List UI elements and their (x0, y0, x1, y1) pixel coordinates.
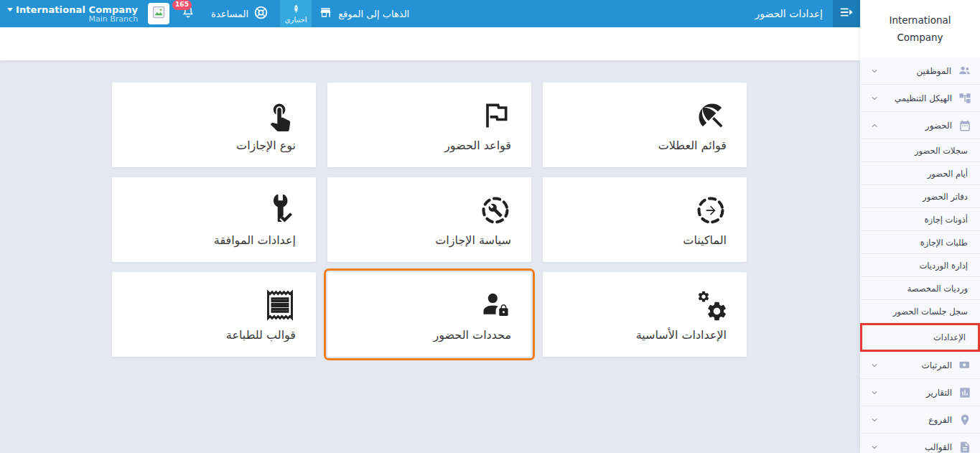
sidebar-item-label: الحضور (925, 121, 952, 131)
payments-icon (958, 359, 971, 372)
card-label: محددات الحضور (347, 328, 511, 342)
sidebar-item-attendance[interactable]: الحضور (860, 112, 980, 139)
notifications-badge: 165 (172, 0, 192, 10)
topbar: International Company Main Branch 165 (0, 0, 860, 27)
sidebar-company-name: International Company (860, 0, 980, 57)
sidebar-subitem-attendance-books[interactable]: دفاتر الحضور (860, 185, 980, 208)
card-print-templates[interactable]: قوالب للطباعة (112, 272, 316, 357)
card-leave-types[interactable]: نوع الإجازات (112, 83, 316, 167)
notifications-button[interactable]: 165 (181, 5, 195, 22)
card-approval-settings[interactable]: إعدادات الموافقة (112, 177, 316, 262)
receipt-icon (264, 289, 296, 321)
card-leave-policy[interactable]: سياسة الإجازات (327, 177, 531, 262)
company-selector[interactable]: International Company Main Branch (0, 4, 142, 24)
card-label: الإعدادات الأساسية (563, 328, 727, 342)
document-icon (958, 441, 971, 453)
card-attendance-determinants[interactable]: محددات الحضور (327, 272, 531, 357)
calendar-icon (958, 119, 971, 132)
menu-open-icon (839, 4, 854, 23)
card-label: قوائم العطلات (563, 139, 727, 152)
company-logo-button[interactable] (148, 3, 169, 24)
trial-label: اختبارى (285, 16, 307, 24)
beach-umbrella-icon (695, 100, 727, 131)
chevron-down-icon (869, 442, 879, 452)
sidebar-item-branches[interactable]: الفروع (860, 406, 980, 434)
sidebar-item-label: الهيكل التنظيمي (895, 93, 952, 103)
help-lifering-icon (253, 5, 269, 23)
card-label: سياسة الإجازات (347, 233, 511, 247)
chevron-down-icon (869, 66, 879, 76)
sidebar-subitem-shift-management[interactable]: إدارة الورديات (860, 254, 980, 277)
sidebar-subitem-attendance-session-log[interactable]: سجل جلسات الحضور (860, 300, 980, 323)
bar-chart-icon (958, 386, 971, 399)
gears-icon (695, 289, 727, 321)
trial-mode-button[interactable]: اختبارى (280, 0, 312, 27)
chevron-up-icon (869, 121, 879, 131)
sidebar-subitem-attendance-days[interactable]: أيام الحضور (860, 162, 980, 185)
main-content: International Company Main Branch 165 (0, 0, 860, 453)
sidebar-item-reports[interactable]: التقارير (860, 379, 980, 406)
storefront-icon (319, 6, 332, 22)
card-basic-settings[interactable]: الإعدادات الأساسية (543, 272, 747, 357)
chevron-down-icon (869, 415, 879, 425)
card-holiday-lists[interactable]: قوائم العطلات (543, 83, 747, 167)
sidebar-item-salaries[interactable]: المرتبات (860, 352, 980, 379)
sidebar-item-label: الفروع (928, 415, 952, 425)
card-label: الماكينات (563, 233, 727, 247)
card-label: إعدادات الموافقة (132, 233, 296, 247)
page-title: إعدادات الحضور (755, 8, 823, 19)
card-label: قواعد الحضور (347, 139, 511, 152)
sidebar-subitem-leave-requests[interactable]: طلبات الإجازة (860, 231, 980, 254)
chevron-down-icon (869, 360, 879, 370)
sidebar-item-templates[interactable]: القوالب (860, 434, 980, 453)
flag-icon (480, 100, 511, 131)
content-header-strip (0, 27, 860, 60)
dashed-circle-arrow-icon (695, 195, 727, 226)
person-lock-icon (480, 289, 511, 321)
sidebar-item-label: القوالب (925, 442, 952, 452)
bell-icon (181, 9, 195, 22)
company-name: International Company (16, 4, 138, 15)
people-icon (958, 64, 971, 78)
go-to-site-label: الذهاب إلى الموقع (338, 9, 409, 19)
chevron-down-icon (869, 93, 879, 103)
image-icon (151, 5, 166, 22)
sidebar-item-label: الموظفين (916, 66, 951, 76)
sidebar-item-label: التقارير (926, 388, 952, 398)
org-tree-icon (958, 92, 971, 105)
help-label: المساعدة (211, 9, 248, 19)
go-to-site-button[interactable]: الذهاب إلى الموقع (319, 6, 409, 22)
sidebar-subitem-attendance-records[interactable]: سجلات الحضور (860, 139, 980, 162)
card-label: قوالب للطباعة (132, 328, 296, 342)
card-label: نوع الإجازات (132, 139, 296, 152)
settings-cards-grid: قوائم العطلات قواعد الحضور نوع الإجازات (112, 83, 747, 357)
sidebar: International Company الموظفين (860, 0, 980, 453)
chevron-down-icon (869, 388, 879, 398)
sidebar-subitem-custom-shifts[interactable]: ورديات المخصصة (860, 277, 980, 300)
touch-hand-icon (264, 100, 296, 131)
card-machines[interactable]: الماكينات (543, 177, 747, 262)
app-window: International Company Main Branch 165 (0, 0, 980, 453)
branch-name: Main Branch (7, 14, 138, 24)
sidebar-item-label: المرتبات (922, 360, 952, 370)
sidebar-subitem-leave-permissions[interactable]: أذونات إجازة (860, 208, 980, 231)
map-pin-icon (958, 414, 971, 426)
sidebar-subitem-settings-active[interactable]: الإعدادات (860, 323, 980, 352)
sidebar-item-org-structure[interactable]: الهيكل التنظيمي (860, 85, 980, 112)
rocket-icon (291, 4, 301, 15)
sidebar-toggle-button[interactable] (833, 0, 860, 27)
help-button[interactable]: المساعدة (211, 5, 269, 23)
wrench-check-icon (264, 195, 296, 226)
sidebar-item-employees[interactable]: الموظفين (860, 57, 980, 85)
dashed-circle-wrench-icon (480, 195, 511, 226)
card-attendance-rules[interactable]: قواعد الحضور (327, 83, 531, 167)
caret-down-icon (7, 8, 13, 11)
